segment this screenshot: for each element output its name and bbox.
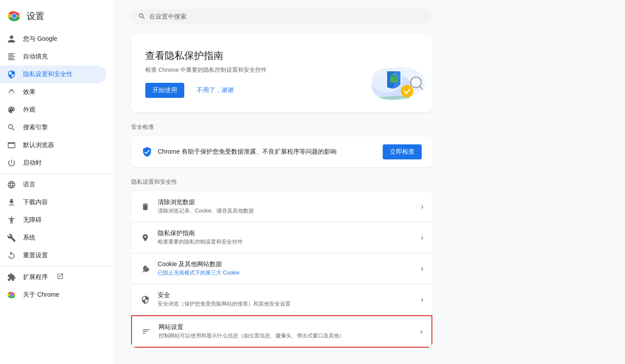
sidebar-item-autofill[interactable]: 自动填充 (0, 48, 106, 66)
site-settings-icon (141, 326, 151, 337)
sidebar-label-about: 关于 Chrome (23, 291, 59, 299)
site-settings-item[interactable]: 网站设置 控制网站可以使用和显示什么信息（如位置信息、摄像头、弹出式窗口及其他）… (131, 315, 432, 348)
safety-check-section-title: 安全检查 (131, 123, 607, 131)
privacy-guide-title: 查看隐私保护指南 (145, 49, 338, 62)
divider-2 (0, 266, 113, 267)
cookie-icon (140, 263, 151, 274)
privacy-guide-description: 检查 Chrome 中重要的隐私控制设置和安全控件 (145, 66, 338, 74)
security-item[interactable]: 安全 安全浏览（保护您免受危险网站的侵害）和其他安全设置 › (131, 284, 432, 315)
language-icon (7, 180, 16, 189)
arrow-icon-3: › (421, 295, 423, 304)
start-button[interactable]: 开始使用 (145, 83, 184, 98)
sidebar-label-extensions: 扩展程序 (23, 273, 48, 281)
security-icon (140, 294, 151, 305)
check-now-button[interactable]: 立即检查 (383, 144, 422, 159)
accessibility-icon (7, 216, 16, 225)
search-bar (131, 9, 432, 24)
privacy-guide-settings-content: 隐私保护指南 检查重要的隐私控制设置和安全控件 (158, 229, 421, 246)
privacy-guide-card: 查看隐私保护指南 检查 Chrome 中重要的隐私控制设置和安全控件 开始使用 … (131, 35, 432, 112)
sidebar-label-autofill: 自动填充 (23, 53, 48, 61)
appearance-icon (7, 105, 16, 114)
sidebar-item-accessibility[interactable]: 无障碍 (0, 211, 106, 229)
arrow-icon-4: › (420, 327, 423, 336)
privacy-guide-settings-title: 隐私保护指南 (158, 229, 421, 237)
security-title: 安全 (158, 291, 421, 299)
sidebar-label-system: 系统 (23, 234, 35, 242)
sidebar-label-performance: 效果 (23, 88, 35, 96)
system-icon (7, 233, 16, 242)
startup-icon (7, 159, 16, 167)
sidebar: 设置 您与 Google 自动填充 隐私设置和安全性 效果 外观 (0, 0, 113, 364)
sidebar-item-language[interactable]: 语言 (0, 176, 106, 194)
sidebar-item-search-engine[interactable]: 搜索引擎 (0, 119, 106, 136)
cookies-content: Cookie 及其他网站数据 已阻止无痕模式下的第三方 Cookie (158, 260, 421, 277)
sidebar-item-default-browser[interactable]: 默认浏览器 (0, 136, 106, 154)
svg-point-3 (12, 14, 16, 18)
person-icon (7, 35, 16, 43)
download-icon (7, 198, 16, 207)
sidebar-item-about[interactable]: 关于 Chrome (0, 286, 106, 304)
security-content: 安全 安全浏览（保护您免受危险网站的侵害）和其他安全设置 (158, 291, 421, 308)
sidebar-item-startup[interactable]: 启动时 (0, 154, 106, 172)
search-input[interactable] (149, 13, 425, 20)
external-link-icon (57, 273, 64, 282)
arrow-icon-1: › (421, 233, 423, 242)
privacy-section-title: 隐私设置和安全性 (131, 178, 607, 186)
browser-icon (7, 141, 16, 150)
privacy-guide-content: 查看隐私保护指南 检查 Chrome 中重要的隐私控制设置和安全控件 开始使用 … (145, 49, 338, 98)
search-bar-icon (138, 12, 146, 20)
compass-icon (140, 232, 151, 243)
site-settings-subtitle: 控制网站可以使用和显示什么信息（如位置信息、摄像头、弹出式窗口及其他） (159, 332, 420, 340)
svg-point-11 (401, 85, 413, 97)
sidebar-label-google-account: 您与 Google (23, 35, 57, 43)
sidebar-item-downloads[interactable]: 下载内容 (0, 194, 106, 211)
sidebar-item-google-account[interactable]: 您与 Google (0, 30, 106, 48)
page-title: 设置 (27, 10, 44, 22)
sidebar-label-language: 语言 (23, 181, 35, 189)
sidebar-item-extensions[interactable]: 扩展程序 (0, 268, 106, 286)
about-chrome-icon (7, 290, 16, 299)
divider-1 (0, 174, 113, 174)
shield-icon (7, 70, 16, 79)
chrome-logo-icon (7, 9, 21, 23)
sidebar-label-accessibility: 无障碍 (23, 216, 42, 224)
privacy-guide-buttons: 开始使用 不用了，谢谢 (145, 83, 338, 98)
arrow-icon-2: › (421, 264, 423, 273)
clear-browsing-subtitle: 清除浏览记录、Cookie、缓存及其他数据 (158, 207, 421, 215)
sidebar-item-privacy[interactable]: 隐私设置和安全性 (0, 66, 106, 83)
search-icon (7, 123, 16, 132)
sidebar-item-performance[interactable]: 效果 (0, 83, 106, 101)
privacy-guide-item[interactable]: 隐私保护指南 检查重要的隐私控制设置和安全控件 › (131, 222, 432, 253)
site-settings-title: 网站设置 (159, 323, 420, 331)
cookies-item[interactable]: Cookie 及其他网站数据 已阻止无痕模式下的第三方 Cookie › (131, 253, 432, 284)
main-content: 查看隐私保护指南 检查 Chrome 中重要的隐私控制设置和安全控件 开始使用 … (113, 0, 625, 364)
sidebar-label-privacy: 隐私设置和安全性 (23, 70, 73, 78)
autofill-icon (7, 52, 16, 61)
sidebar-item-system[interactable]: 系统 (0, 229, 106, 247)
svg-point-16 (380, 96, 411, 100)
trash-icon (140, 201, 151, 212)
arrow-icon-0: › (421, 202, 423, 211)
sidebar-label-downloads: 下载内容 (23, 198, 48, 206)
extension-icon (7, 273, 16, 282)
reset-icon (7, 251, 16, 260)
sidebar-label-default-browser: 默认浏览器 (23, 141, 54, 149)
sidebar-item-reset[interactable]: 重置设置 (0, 247, 106, 264)
site-settings-content: 网站设置 控制网站可以使用和显示什么信息（如位置信息、摄像头、弹出式窗口及其他） (159, 323, 420, 340)
svg-point-15 (394, 78, 396, 80)
sidebar-label-reset: 重置设置 (23, 252, 48, 259)
sidebar-label-appearance: 外观 (23, 106, 35, 114)
skip-button[interactable]: 不用了，谢谢 (190, 83, 241, 98)
cookies-subtitle: 已阻止无痕模式下的第三方 Cookie (158, 269, 421, 277)
performance-icon (7, 88, 16, 97)
sidebar-header: 设置 (0, 4, 113, 30)
svg-point-6 (10, 294, 13, 296)
clear-browsing-item[interactable]: 清除浏览数据 清除浏览记录、Cookie、缓存及其他数据 › (131, 191, 432, 222)
clear-browsing-content: 清除浏览数据 清除浏览记录、Cookie、缓存及其他数据 (158, 198, 421, 215)
sidebar-label-search-engine: 搜索引擎 (23, 124, 48, 132)
privacy-illustration-svg (347, 47, 436, 113)
privacy-settings-list: 清除浏览数据 清除浏览记录、Cookie、缓存及其他数据 › 隐私保护指南 检查… (131, 191, 432, 348)
sidebar-label-startup: 启动时 (23, 159, 42, 167)
cookies-title: Cookie 及其他网站数据 (158, 260, 421, 268)
sidebar-item-appearance[interactable]: 外观 (0, 101, 106, 119)
